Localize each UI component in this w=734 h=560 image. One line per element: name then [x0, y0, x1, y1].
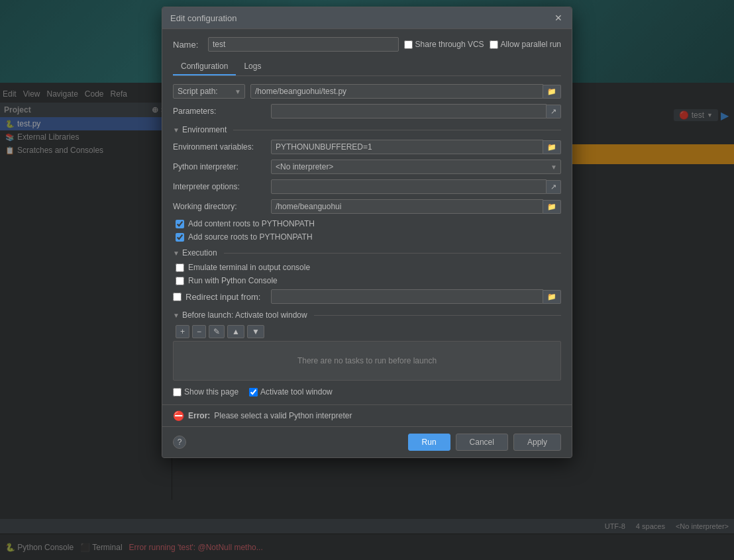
error-bar: ⛔ Error: Please select a valid Python in… [162, 404, 572, 426]
error-label: Error: [188, 411, 210, 420]
run-python-console-label[interactable]: Run with Python Console [188, 276, 278, 285]
environment-collapse-icon[interactable]: ▼ [173, 126, 180, 134]
parameters-row: Parameters: ↗ [173, 104, 561, 118]
close-button[interactable]: ✕ [553, 13, 564, 23]
before-launch-edit-button[interactable]: ✎ [209, 325, 225, 338]
error-icon: ⛔ [173, 410, 184, 421]
before-launch-header: ▼ Before launch: Activate tool window [173, 310, 561, 320]
help-button[interactable]: ? [173, 436, 186, 449]
interpreter-options-row: Interpreter options: ↗ [173, 179, 561, 194]
run-python-console-checkbox[interactable] [176, 277, 184, 285]
working-directory-input[interactable] [271, 199, 543, 214]
modal-overlay: Edit configuration ✕ Name: Share through… [0, 0, 734, 560]
show-this-page-label[interactable]: Show this page [173, 387, 238, 397]
run-python-console-row: Run with Python Console [173, 276, 561, 285]
env-variables-row: Environment variables: 📁 [173, 140, 561, 154]
redirect-input-group: 📁 [271, 289, 561, 304]
allow-parallel-label[interactable]: Allow parallel run [490, 40, 561, 49]
interpreter-options-input[interactable] [271, 179, 547, 194]
interpreter-options-label: Interpreter options: [173, 182, 266, 191]
name-input[interactable] [208, 37, 399, 52]
show-this-page-checkbox[interactable] [173, 388, 182, 397]
env-variables-input-group: 📁 [271, 140, 561, 154]
activate-tool-window-checkbox[interactable] [249, 388, 258, 397]
python-interpreter-select-wrapper: <No interpreter> ▼ [271, 160, 561, 174]
add-source-roots-checkbox[interactable] [176, 233, 184, 242]
redirect-input-label[interactable]: Redirect input from: [185, 292, 260, 302]
python-interpreter-label: Python interpreter: [173, 162, 266, 171]
name-row: Name: Share through VCS Allow parallel r… [173, 37, 561, 52]
execution-divider [224, 253, 561, 254]
working-directory-browse-button[interactable]: 📁 [543, 200, 561, 214]
add-content-roots-checkbox[interactable] [176, 220, 184, 228]
before-launch-toolbar: + − ✎ ▲ ▼ [173, 325, 561, 338]
dialog-titlebar: Edit configuration ✕ [162, 7, 572, 29]
cancel-button[interactable]: Cancel [456, 434, 508, 451]
tab-logs[interactable]: Logs [236, 58, 269, 75]
env-variables-browse-button[interactable]: 📁 [543, 140, 561, 154]
dialog-body: Name: Share through VCS Allow parallel r… [162, 29, 572, 404]
run-button[interactable]: Run [408, 434, 450, 451]
parameters-browse-button[interactable]: ↗ [547, 105, 561, 118]
redirect-input-checkbox[interactable] [173, 293, 182, 301]
add-content-roots-row: Add content roots to PYTHONPATH [173, 219, 561, 228]
dialog-title: Edit configuration [170, 13, 236, 23]
execution-section-label: Execution [182, 248, 217, 257]
emulate-terminal-label[interactable]: Emulate terminal in output console [188, 263, 310, 272]
before-launch-divider [314, 315, 561, 316]
share-vcs-label[interactable]: Share through VCS [404, 40, 484, 49]
emulate-terminal-row: Emulate terminal in output console [173, 263, 561, 272]
bottom-options: Show this page Activate tool window [173, 387, 561, 397]
edit-configuration-dialog: Edit configuration ✕ Name: Share through… [162, 7, 572, 458]
add-content-roots-label[interactable]: Add content roots to PYTHONPATH [188, 219, 315, 228]
python-interpreter-row: Python interpreter: <No interpreter> ▼ [173, 160, 561, 174]
name-label: Name: [173, 40, 203, 50]
before-launch-label: Before launch: Activate tool window [182, 310, 307, 320]
redirect-input-field[interactable] [271, 289, 543, 304]
script-path-browse-button[interactable]: 📁 [543, 85, 561, 99]
before-launch-collapse-icon[interactable]: ▼ [173, 312, 180, 319]
interpreter-options-browse-button[interactable]: ↗ [547, 180, 561, 194]
dialog-tabs: Configuration Logs [173, 58, 561, 76]
footer-left: ? [173, 436, 186, 449]
allow-parallel-checkbox[interactable] [490, 40, 498, 49]
script-path-input[interactable] [250, 84, 543, 99]
working-directory-label: Working directory: [173, 202, 266, 211]
add-source-roots-label[interactable]: Add source roots to PYTHONPATH [188, 232, 313, 242]
parameters-input[interactable] [271, 104, 547, 118]
add-source-roots-row: Add source roots to PYTHONPATH [173, 232, 561, 242]
apply-button[interactable]: Apply [513, 434, 561, 451]
working-directory-row: Working directory: 📁 [173, 199, 561, 214]
working-directory-input-group: 📁 [271, 199, 561, 214]
python-interpreter-select[interactable]: <No interpreter> [271, 160, 561, 174]
before-launch-add-button[interactable]: + [176, 325, 189, 338]
tab-configuration[interactable]: Configuration [173, 58, 236, 75]
parameters-input-group: ↗ [271, 104, 561, 118]
emulate-terminal-checkbox[interactable] [176, 263, 184, 272]
script-type-select[interactable]: Script path: Module name: [173, 84, 245, 99]
redirect-input-row: Redirect input from: 📁 [173, 289, 561, 304]
environment-section-label: Environment [182, 125, 227, 134]
execution-section-header: ▼ Execution [173, 248, 561, 257]
interpreter-options-input-group: ↗ [271, 179, 561, 194]
before-launch-up-button[interactable]: ▲ [227, 325, 244, 338]
parameters-label: Parameters: [173, 107, 266, 116]
before-launch-empty-area: There are no tasks to run before launch [173, 341, 561, 381]
share-vcs-checkbox[interactable] [404, 40, 413, 49]
before-launch-down-button[interactable]: ▼ [247, 325, 264, 338]
execution-collapse-icon[interactable]: ▼ [173, 250, 180, 257]
redirect-input-browse-button[interactable]: 📁 [543, 290, 561, 304]
environment-section-header: ▼ Environment [173, 125, 561, 134]
before-launch-empty-text: There are no tasks to run before launch [297, 356, 437, 365]
footer-buttons: Run Cancel Apply [408, 434, 561, 451]
error-detail-text: Please select a valid Python interpreter [214, 411, 352, 420]
script-path-row: Script path: Module name: ▼ 📁 [173, 84, 561, 99]
environment-divider [233, 130, 561, 130]
before-launch-section: ▼ Before launch: Activate tool window + … [173, 310, 561, 381]
activate-tool-window-label[interactable]: Activate tool window [249, 387, 333, 397]
script-path-input-group: 📁 [250, 84, 561, 99]
before-launch-remove-button[interactable]: − [192, 325, 206, 338]
env-variables-input[interactable] [271, 140, 543, 154]
env-variables-label: Environment variables: [173, 142, 266, 152]
dialog-footer: ? Run Cancel Apply [162, 426, 572, 457]
